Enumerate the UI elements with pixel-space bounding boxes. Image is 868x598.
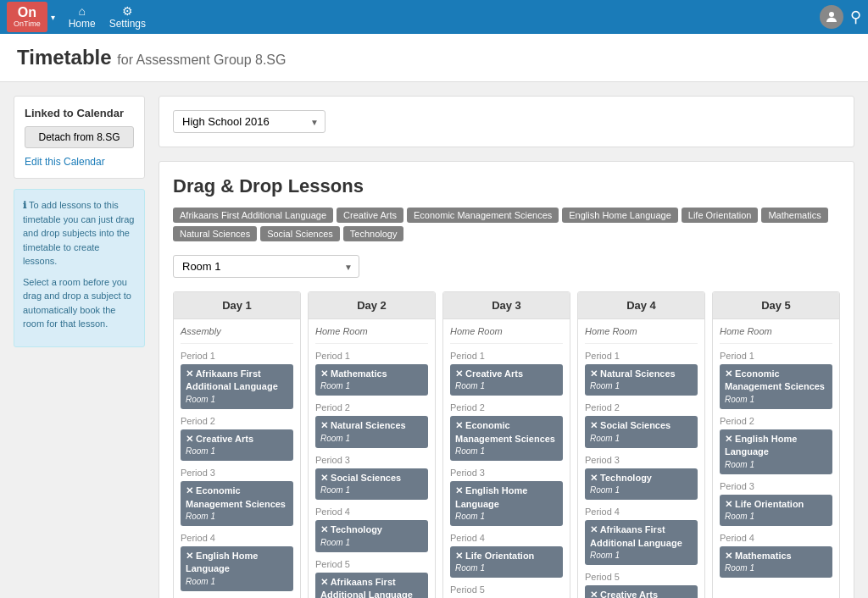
nav-home-label: Home [69,18,96,30]
lesson-name: ✕ Economic Management Sciences [725,368,827,394]
lesson-name: ✕ Technology [320,523,423,536]
lesson-block[interactable]: ✕ Afrikaans First Additional LanguageRoo… [585,520,698,565]
info-text-2: Select a room before you drag and drop a… [23,275,136,331]
subject-tag[interactable]: Life Orientation [682,208,759,223]
timetable-grid: Day 1AssemblyPeriod 1✕ Afrikaans First A… [173,291,840,598]
sidebar-calendar-card: Linked to Calendar Detach from 8.SG Edit… [14,96,145,179]
lesson-block[interactable]: ✕ Natural SciencesRoom 1 [315,416,428,447]
edit-calendar-link[interactable]: Edit this Calendar [25,156,105,168]
lesson-name: ✕ Creative Arts [455,368,558,380]
top-navigation: On OnTime ▾ ⌂ Home ⚙ Settings ⚲ [0,0,868,34]
lesson-room: Room 1 [590,550,693,562]
lesson-block[interactable]: ✕ TechnologyRoom 1 [585,468,698,500]
user-avatar[interactable] [820,5,843,29]
period-label: Period 2 [315,402,428,413]
period-label: Period 3 [720,481,832,491]
period-label: Period 1 [585,351,698,361]
lesson-room: Room 1 [186,446,288,457]
subject-tag[interactable]: Economic Management Sciences [407,208,559,223]
calendar-select[interactable]: High School 2016 [173,110,326,133]
lesson-block[interactable]: ✕ English Home LanguageRoom 1 [720,429,832,474]
period-label: Period 5 [315,559,428,569]
lesson-block[interactable]: ✕ Creative ArtsRoom 1 [450,364,563,396]
lesson-block[interactable]: ✕ Creative ArtsRoom 1 [585,585,698,598]
subject-tag[interactable]: Technology [343,226,404,241]
day-column: Day 5Home RoomPeriod 1✕ Economic Managem… [712,291,840,598]
subject-tag[interactable]: Mathematics [761,208,827,223]
day-body: Home RoomPeriod 1✕ Creative ArtsRoom 1Pe… [443,319,570,598]
detach-button[interactable]: Detach from 8.SG [25,126,134,148]
subject-tag[interactable]: Social Sciences [260,226,340,241]
lesson-name: ✕ Technology [590,472,693,484]
day-column: Day 4Home RoomPeriod 1✕ Natural Sciences… [577,291,705,598]
assembly-slot: Home Room [720,326,832,344]
lesson-name: ✕ Economic Management Sciences [186,484,288,511]
subject-tag[interactable]: Natural Sciences [173,226,257,241]
lesson-room: Room 1 [455,380,558,392]
assembly-slot: Home Room [450,326,563,344]
lesson-block[interactable]: ✕ Creative ArtsRoom 1 [181,429,293,461]
lesson-block[interactable]: ✕ MathematicsRoom 1 [315,364,428,396]
calendar-select-wrapper: High School 2016 [173,110,326,133]
period-label: Period 1 [720,351,832,361]
nav-settings-label: Settings [109,18,146,30]
lesson-block[interactable]: ✕ English Home LanguageRoom 1 [181,546,293,591]
period-label: Period 1 [315,351,428,361]
nav-right: ⚲ [820,5,861,29]
nav-links: ⌂ Home ⚙ Settings [69,4,820,30]
lesson-name: ✕ Economic Management Sciences [455,419,558,446]
lesson-block[interactable]: ✕ Economic Management SciencesRoom 1 [181,481,293,526]
day-header: Day 5 [713,292,839,319]
brand-logo[interactable]: On OnTime [7,2,47,31]
lesson-room: Room 1 [455,562,558,574]
info-text-1: ℹ To add lessons to this timetable you c… [23,198,136,269]
day-column: Day 1AssemblyPeriod 1✕ Afrikaans First A… [173,291,301,598]
subject-tag[interactable]: Afrikaans First Additional Language [173,208,333,223]
calendar-select-section: High School 2016 [159,96,854,147]
subject-tags-container: Afrikaans First Additional LanguageCreat… [173,208,840,241]
day-header: Day 4 [578,292,704,319]
lesson-block[interactable]: ✕ MathematicsRoom 1 [720,546,832,578]
lesson-block[interactable]: ✕ English Home LanguageRoom 1 [450,481,563,526]
lesson-room: Room 1 [186,576,288,588]
lesson-block[interactable]: ✕ Life OrientationRoom 1 [720,495,832,526]
lesson-room: Room 1 [320,537,423,549]
subject-tag[interactable]: English Home Language [562,208,677,223]
day-column: Day 2Home RoomPeriod 1✕ MathematicsRoom … [308,291,436,598]
lesson-block[interactable]: ✕ Social SciencesRoom 1 [585,416,698,447]
period-label: Period 4 [720,533,832,543]
lesson-block[interactable]: ✕ TechnologyRoom 1 [315,520,428,551]
assembly-slot: Home Room [315,326,428,344]
home-icon: ⌂ [78,4,85,18]
period-label: Period 5 [450,584,563,595]
lesson-room: Room 1 [320,433,423,445]
nav-settings[interactable]: ⚙ Settings [109,4,146,30]
lesson-block[interactable]: ✕ Economic Management SciencesRoom 1 [720,364,832,409]
brand-subtext: OnTime [14,20,41,29]
room-select[interactable]: Room 1 [173,255,359,278]
lesson-block[interactable]: ✕ Social SciencesRoom 1 [315,468,428,500]
lesson-room: Room 1 [590,433,693,445]
lesson-room: Room 1 [725,511,827,523]
svg-point-0 [829,12,834,17]
subject-tag[interactable]: Creative Arts [337,208,403,223]
period-label: Period 2 [450,402,563,413]
period-label: Period 4 [315,507,428,517]
lesson-block[interactable]: ✕ Life OrientationRoom 1 [450,546,563,578]
lesson-block[interactable]: ✕ Natural SciencesRoom 1 [585,364,698,396]
brand-text: On [18,5,36,20]
nav-home[interactable]: ⌂ Home [69,4,96,30]
search-icon[interactable]: ⚲ [850,8,861,26]
lesson-name: ✕ Life Orientation [455,550,558,562]
lesson-name: ✕ Afrikaans First Additional Language [186,368,288,394]
lesson-block[interactable]: ✕ Afrikaans First Additional LanguageRoo… [181,364,293,409]
period-label: Period 1 [450,351,563,361]
lesson-block[interactable]: ✕ Afrikaans First Additional LanguageRoo… [315,573,428,598]
period-label: Period 2 [585,402,698,413]
settings-icon: ⚙ [122,4,133,18]
brand-dropdown-arrow[interactable]: ▾ [51,13,55,22]
lesson-block[interactable]: ✕ Economic Management SciencesRoom 1 [450,416,563,461]
day-body: Home RoomPeriod 1✕ MathematicsRoom 1Peri… [309,319,435,598]
sidebar-linked-title: Linked to Calendar [25,107,134,119]
lesson-room: Room 1 [186,511,288,523]
